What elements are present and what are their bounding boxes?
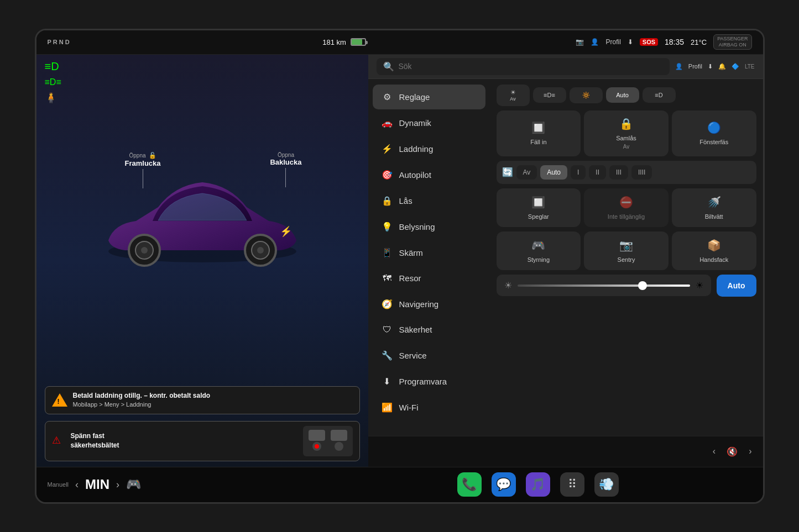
right-panel: 🔍 👤 Profil ⬇ 🔔 🔷 LTE ⚙ xyxy=(368,55,763,467)
samlas-label: Samlås xyxy=(616,135,636,141)
sidebar-item-las[interactable]: 🔒 Lås xyxy=(373,188,485,213)
speglar-label: Speglar xyxy=(528,213,549,220)
wiper-speed1-button[interactable]: I xyxy=(571,165,586,180)
music-taskbar-icon[interactable]: 🎵 xyxy=(526,472,550,497)
sidebar-item-resor[interactable]: 🗺 Resor xyxy=(373,266,485,291)
fallin-label: Fäll in xyxy=(530,139,546,145)
brightness-high-icon: ☀ xyxy=(696,280,703,291)
service-icon: 🔧 xyxy=(382,350,393,361)
seatbelt-text: Spänn fast säkerhetsbältet xyxy=(71,431,297,450)
wiper-speed2-button[interactable]: II xyxy=(589,165,606,180)
light-fog-button[interactable]: ≡D≡ xyxy=(533,87,566,103)
bilatv-label: Biltvätt xyxy=(705,213,723,220)
seatbelt-warning-banner: ⚠ Spänn fast säkerhetsbältet xyxy=(45,421,360,461)
light-av-button[interactable]: ☀Av xyxy=(497,85,530,106)
svg-point-3 xyxy=(141,247,148,254)
temp-arrow-next[interactable]: › xyxy=(116,479,119,491)
fonsterfas-card[interactable]: 🔵 Fönsterfäs xyxy=(672,110,756,156)
sidebar-item-reglage[interactable]: ⚙ Reglage xyxy=(373,85,485,109)
profile-icon[interactable]: 👤 xyxy=(591,38,599,46)
temp-arrow-prev[interactable]: ‹ xyxy=(75,479,79,491)
temp-value: MIN xyxy=(85,477,109,492)
brightness-low-icon: ☀ xyxy=(504,280,512,291)
auto-button[interactable]: Auto xyxy=(717,275,756,297)
light-auto-button[interactable]: Auto xyxy=(606,87,639,103)
wiper-auto-button[interactable]: Auto xyxy=(540,165,567,180)
sidebar-item-belysning[interactable]: 💡 Belysning xyxy=(373,214,485,239)
wiper-speed4-button[interactable]: IIII xyxy=(631,165,652,180)
dynamik-icon: 🚗 xyxy=(382,118,393,128)
samlas-icon: 🔒 xyxy=(619,117,633,130)
sos-badge[interactable]: SOS xyxy=(640,38,658,46)
sidebar-item-laddning[interactable]: ⚡ Laddning xyxy=(373,136,485,161)
sidebar-item-service[interactable]: 🔧 Service xyxy=(373,343,485,368)
brightness-slider[interactable] xyxy=(518,285,690,287)
search-magnifier-icon: 🔍 xyxy=(383,61,394,72)
wiper-av-button[interactable]: Av xyxy=(516,165,537,180)
sidebar-item-programvara[interactable]: ⬇ Programvara xyxy=(373,369,485,394)
battery-icon xyxy=(351,38,366,46)
styrning-label: Styrning xyxy=(528,256,550,263)
styrning-icon: 🎮 xyxy=(531,239,545,252)
search-input-area[interactable]: 🔍 xyxy=(377,58,670,75)
skarm-icon: 📱 xyxy=(382,247,393,258)
sidebar-item-autopilot[interactable]: 🎯 Autopilot xyxy=(373,162,485,187)
mirror-controls-grid: 🔲 Speglar ⛔ Inte tillgänglig 🚿 Biltvätt xyxy=(497,188,756,227)
programvara-label: Programvara xyxy=(399,377,447,386)
belysning-label: Belysning xyxy=(399,222,435,231)
volume-mute-icon[interactable]: 🔇 xyxy=(727,446,738,457)
nav-prev-icon[interactable]: ‹ xyxy=(713,446,716,456)
navigering-label: Navigering xyxy=(399,299,439,309)
sidebar-item-skarm[interactable]: 📱 Skärm xyxy=(373,240,485,265)
inte-label: Inte tillgänglig xyxy=(608,213,645,220)
reglage-icon: ⚙ xyxy=(382,92,393,102)
speglar-icon: 🔲 xyxy=(531,196,545,209)
range-display: 181 km xyxy=(322,38,346,46)
svg-rect-11 xyxy=(331,430,347,441)
fallin-card[interactable]: 🔲 Fäll in xyxy=(497,110,581,156)
sidebar-item-wifi[interactable]: 📶 Wi-Fi xyxy=(373,395,485,420)
left-panel: ≡D ≡D≡ 🧍 Öppna 🔓 Framlucka xyxy=(36,55,368,467)
apps-taskbar-icon[interactable]: ⠿ xyxy=(560,472,584,497)
speglar-card[interactable]: 🔲 Speglar xyxy=(497,188,581,227)
chat-taskbar-icon[interactable]: 💬 xyxy=(492,472,516,497)
resor-label: Resor xyxy=(399,273,421,283)
phone-taskbar-icon[interactable]: 📞 xyxy=(457,472,482,497)
profile-label[interactable]: Profil xyxy=(605,38,620,46)
baklucka-small-label: Öppna xyxy=(278,152,294,158)
wiper-speed3-button[interactable]: III xyxy=(609,165,628,180)
sidebar-item-navigering[interactable]: 🧭 Navigering xyxy=(373,292,485,317)
handsfack-card[interactable]: 📦 Handsfack xyxy=(672,231,756,270)
autopilot-label: Autopilot xyxy=(399,170,431,180)
light-beam-button[interactable]: ≡D xyxy=(643,87,676,103)
dynamik-label: Dynamik xyxy=(399,118,431,128)
main-content: ≡D ≡D≡ 🧍 Öppna 🔓 Framlucka xyxy=(36,55,763,467)
resor-icon: 🗺 xyxy=(382,273,393,283)
profile-top-icon[interactable]: 👤 xyxy=(675,63,683,70)
bilatv-card[interactable]: 🚿 Biltvätt xyxy=(672,188,756,227)
taskbar-right: ‹ 🔇 › xyxy=(368,436,763,467)
svg-point-12 xyxy=(335,442,343,451)
framlucka-small-label: Öppna xyxy=(129,152,146,159)
taskbar-app-icons: 📞 💬 🎵 ⠿ 💨 xyxy=(324,472,752,497)
samlas-sub: Av xyxy=(623,144,630,150)
bluetooth-icon[interactable]: 🔷 xyxy=(732,63,739,70)
bottom-taskbar: Manuell ‹ MIN › 🎮 📞 💬 🎵 ⠿ 💨 xyxy=(36,467,763,502)
nav-next-icon[interactable]: › xyxy=(749,446,751,456)
sidebar-item-sakerhet[interactable]: 🛡 Säkerhet xyxy=(373,318,485,342)
sentry-card[interactable]: 📷 Sentry xyxy=(584,231,669,270)
samlas-card[interactable]: 🔒 Samlås Av xyxy=(584,110,669,156)
handsfack-label: Handsfack xyxy=(699,256,728,263)
inte-tillganglig-card: ⛔ Inte tillgänglig xyxy=(584,188,669,227)
search-input[interactable] xyxy=(399,62,663,71)
profile-top-label[interactable]: Profil xyxy=(688,63,702,70)
light-high-button[interactable]: 🔆 xyxy=(570,87,603,103)
programvara-icon: ⬇ xyxy=(382,376,393,387)
bell-icon[interactable]: 🔔 xyxy=(718,63,726,70)
passenger-airbag-badge: PASSENGER AIRBAG ON xyxy=(713,34,751,50)
fan-taskbar-icon[interactable]: 💨 xyxy=(594,472,619,497)
sidebar-item-dynamik[interactable]: 🚗 Dynamik xyxy=(373,110,485,135)
camera-icon: 📷 xyxy=(576,38,584,46)
temp-control-area: Manuell ‹ MIN › 🎮 xyxy=(48,477,324,492)
styrning-card[interactable]: 🎮 Styrning xyxy=(497,231,581,270)
